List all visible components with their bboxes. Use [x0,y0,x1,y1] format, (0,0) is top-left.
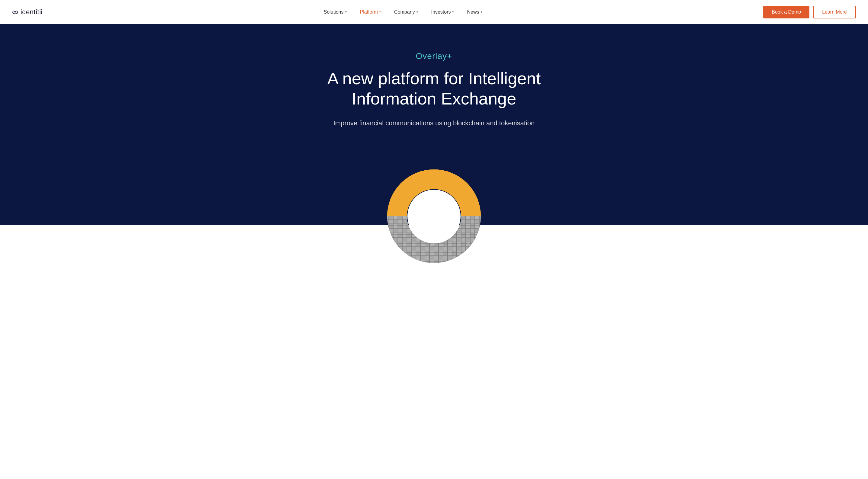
donut-graphic [371,147,497,286]
hero-content: Overlay+ A new platform for Intelligent … [12,51,856,147]
book-demo-button[interactable]: Book a Demo [763,6,809,19]
nav-item-platform: Platform ▾ [353,6,388,18]
logo-link[interactable]: ∞ identitii [12,7,42,17]
hero-subtitle: Improve financial communications using b… [334,118,534,128]
nav-item-news: News ▾ [460,6,489,18]
chevron-down-icon: ▾ [481,10,482,13]
chevron-down-icon: ▾ [452,10,454,13]
learn-more-button[interactable]: Learn More [813,6,856,19]
split-section [0,147,868,286]
nav-link-platform[interactable]: Platform ▾ [353,6,388,18]
navbar: ∞ identitii Solutions ▾ Platform ▾ Compa… [0,0,868,24]
nav-menu: Solutions ▾ Platform ▾ Company ▾ Investo… [317,6,489,18]
hero-title: A new platform for Intelligent Informati… [298,68,570,109]
nav-link-investors[interactable]: Investors ▾ [425,6,461,18]
nav-link-solutions[interactable]: Solutions ▾ [317,6,353,18]
nav-link-news[interactable]: News ▾ [460,6,489,18]
navbar-actions: Book a Demo Learn More [763,6,856,19]
page-wrapper: Overlay+ A new platform for Intelligent … [0,24,868,286]
nav-link-company[interactable]: Company ▾ [388,6,424,18]
nav-item-solutions: Solutions ▾ [317,6,353,18]
chevron-down-icon: ▾ [345,10,347,13]
nav-item-company: Company ▾ [388,6,424,18]
chevron-down-icon: ▾ [416,10,418,13]
nav-item-investors: Investors ▾ [425,6,461,18]
hero-section: Overlay+ A new platform for Intelligent … [0,24,868,147]
overlay-label: Overlay+ [416,51,453,61]
logo-text: identitii [21,8,42,16]
logo-icon: ∞ [12,7,18,17]
svg-point-27 [407,190,461,243]
donut-svg [371,147,497,286]
chevron-down-icon: ▾ [379,10,381,13]
